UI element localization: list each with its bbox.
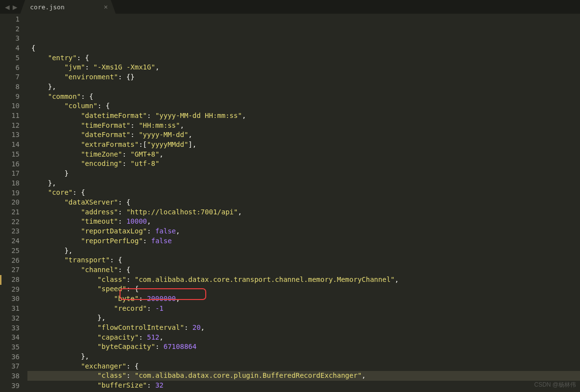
code-line[interactable]: "dateFormat": "yyyy-MM-dd",: [27, 130, 580, 140]
line-number: 27: [0, 265, 27, 275]
line-number: 16: [0, 160, 27, 169]
code-line[interactable]: "timeFormat": "HH:mm:ss",: [27, 121, 580, 131]
code-line[interactable]: "exchanger": {: [27, 362, 580, 371]
code-line[interactable]: "common": {: [27, 92, 580, 102]
code-line[interactable]: "speed": {: [27, 284, 580, 294]
code-line[interactable]: [27, 34, 580, 44]
line-number: 5: [0, 53, 27, 63]
code-line[interactable]: "jvm": "-Xms1G -Xmx1G",: [27, 63, 580, 72]
line-number: 14: [0, 140, 27, 150]
code-line[interactable]: "environment": {}: [27, 72, 580, 82]
line-number: 3: [0, 34, 27, 44]
line-number: 31: [0, 304, 27, 314]
line-number: 19: [0, 188, 27, 198]
code-line[interactable]: },: [27, 246, 580, 256]
line-number: 34: [0, 333, 27, 343]
code-line[interactable]: "core": {: [27, 188, 580, 198]
nav-back-icon[interactable]: ◀: [4, 2, 11, 12]
line-number: 4: [0, 44, 27, 53]
line-number: 15: [0, 150, 27, 160]
code-line[interactable]: "datetimeFormat": "yyyy-MM-dd HH:mm:ss",: [27, 111, 580, 121]
code-line[interactable]: "timeout": 10000,: [27, 217, 580, 227]
code-line[interactable]: "record": -1: [27, 304, 580, 314]
code-line[interactable]: "channel": {: [27, 265, 580, 275]
line-number: 11: [0, 111, 27, 121]
watermark: CSDN @杨林伟: [534, 381, 576, 389]
code-line[interactable]: "reportDataxLog": false,: [27, 227, 580, 236]
code-line[interactable]: "class": "com.alibaba.datax.core.plugin.…: [27, 371, 580, 381]
code-line[interactable]: "column": {: [27, 101, 580, 111]
line-number: 37: [0, 362, 27, 371]
tab-bar: ◀ ▶ core.json ×: [0, 0, 580, 14]
line-number: 20: [0, 198, 27, 208]
line-number: 23: [0, 227, 27, 236]
code-line[interactable]: },: [27, 313, 580, 323]
line-number: 9: [0, 92, 27, 102]
editor: 1234567891011121314151617181920212223242…: [0, 14, 580, 392]
line-number: 12: [0, 121, 27, 131]
line-number: 29: [0, 285, 27, 295]
line-number: 6: [0, 63, 27, 73]
line-number: 26: [0, 256, 27, 266]
line-number: 35: [0, 343, 27, 352]
line-number: 7: [0, 72, 27, 82]
line-number: 36: [0, 352, 27, 362]
code-line[interactable]: "class": "com.alibaba.datax.core.transpo…: [27, 275, 580, 285]
close-icon[interactable]: ×: [104, 3, 108, 11]
line-number: 18: [0, 179, 27, 188]
line-number: 21: [0, 208, 27, 217]
line-number: 13: [0, 130, 27, 140]
line-number: 1: [0, 15, 27, 24]
line-number: 30: [0, 294, 27, 304]
line-number: 28: [0, 275, 27, 285]
code-line[interactable]: "dataXServer": {: [27, 198, 580, 208]
code-line[interactable]: "extraFormats":["yyyyMMdd"],: [27, 140, 580, 150]
code-line[interactable]: "bufferSize": 32: [27, 381, 580, 391]
tab-filename: core.json: [30, 3, 64, 11]
line-gutter: 1234567891011121314151617181920212223242…: [0, 14, 27, 392]
code-line[interactable]: "capacity": 512,: [27, 333, 580, 343]
tab-core-json[interactable]: core.json ×: [20, 0, 116, 14]
line-number: 17: [0, 169, 27, 179]
line-number: 25: [0, 246, 27, 256]
code-line[interactable]: }: [27, 169, 580, 179]
code-line[interactable]: "timeZone": "GMT+8",: [27, 150, 580, 160]
line-number: 8: [0, 82, 27, 92]
code-area[interactable]: { "entry": { "jvm": "-Xms1G -Xmx1G", "en…: [27, 14, 580, 392]
code-line[interactable]: "transport": {: [27, 255, 580, 265]
nav-forward-icon[interactable]: ▶: [12, 2, 19, 12]
line-number: 39: [0, 381, 27, 391]
line-number: 33: [0, 323, 27, 333]
code-line[interactable]: "address": "http://localhost:7001/api",: [27, 208, 580, 217]
code-line[interactable]: "reportPerfLog": false: [27, 236, 580, 246]
code-line[interactable]: {: [27, 44, 580, 53]
line-number: 24: [0, 236, 27, 246]
code-line[interactable]: },: [27, 352, 580, 362]
code-line[interactable]: "byteCapacity": 67108864: [27, 342, 580, 352]
line-number: 38: [0, 371, 27, 381]
line-number: 10: [0, 101, 27, 111]
code-line[interactable]: "encoding": "utf-8": [27, 159, 580, 169]
nav-arrows: ◀ ▶: [0, 2, 22, 12]
code-line[interactable]: },: [27, 82, 580, 92]
line-number: 32: [0, 314, 27, 323]
code-line[interactable]: },: [27, 179, 580, 188]
line-number: 22: [0, 217, 27, 227]
code-line[interactable]: "byte": 2000000,: [27, 294, 580, 304]
line-number: 2: [0, 24, 27, 34]
code-line[interactable]: "entry": {: [27, 53, 580, 63]
code-line[interactable]: "flowControlInterval": 20,: [27, 323, 580, 333]
